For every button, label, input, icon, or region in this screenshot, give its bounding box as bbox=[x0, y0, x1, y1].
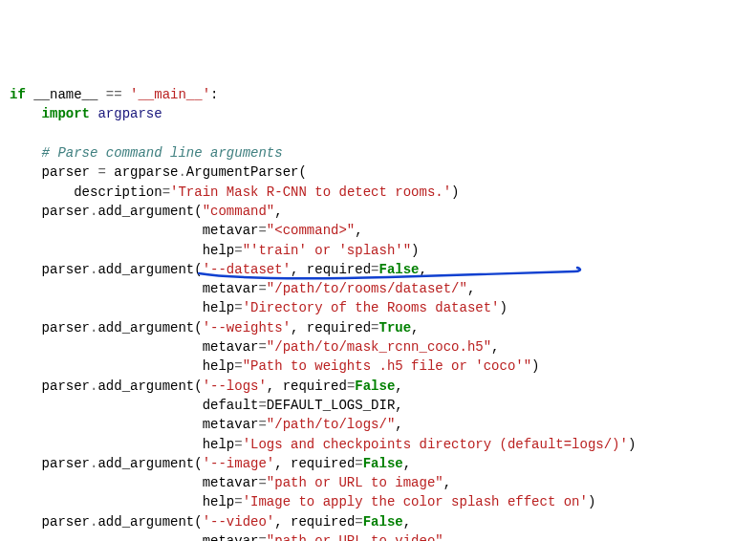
code-line: metavar="/path/to/rooms/dataset/", bbox=[10, 281, 475, 296]
code-line: help='Logs and checkpoints directory (de… bbox=[10, 437, 636, 452]
string-command: "command" bbox=[203, 204, 275, 219]
code-line: help="'train' or 'splash'") bbox=[10, 243, 420, 258]
string-weights: '--weights' bbox=[203, 320, 291, 335]
code-line: help="Path to weights .h5 file or 'coco'… bbox=[10, 358, 540, 374]
code-line: metavar="/path/to/logs/", bbox=[10, 417, 403, 432]
keyword-import: import bbox=[42, 106, 90, 121]
name-main: __name__ bbox=[26, 87, 106, 102]
code-line: parser.add_argument('--logs', required=F… bbox=[10, 379, 403, 394]
module-argparse: argparse bbox=[97, 106, 162, 121]
default-logs-dir: DEFAULT_LOGS_DIR, bbox=[267, 398, 403, 413]
code-line: parser.add_argument('--weights', require… bbox=[10, 320, 420, 335]
code-line: parser.add_argument('--video', required=… bbox=[10, 514, 411, 530]
string-logs: '--logs' bbox=[203, 379, 267, 394]
code-line: metavar="path or URL to image", bbox=[10, 475, 451, 490]
code-block: if __name__ == '__main__': import argpar… bbox=[10, 85, 746, 541]
code-line: parser.add_argument("command", bbox=[10, 204, 283, 219]
code-line: import argparse bbox=[10, 106, 162, 121]
code-line: help='Image to apply the color splash ef… bbox=[10, 494, 595, 509]
code-line: # Parse command line arguments bbox=[10, 145, 283, 161]
code-line: description='Train Mask R-CNN to detect … bbox=[10, 184, 460, 200]
operator-eq: == bbox=[106, 87, 122, 102]
code-line: metavar="<command>", bbox=[10, 223, 363, 238]
keyword-false: False bbox=[378, 262, 419, 277]
string-main: '__main__' bbox=[130, 87, 210, 102]
string-video: '--video' bbox=[203, 514, 275, 530]
code-line: if __name__ == '__main__': bbox=[10, 87, 218, 102]
string-description: 'Train Mask R-CNN to detect rooms.' bbox=[170, 184, 451, 200]
code-line: parser.add_argument('--image', required=… bbox=[10, 456, 411, 471]
code-line: parser.add_argument('--dataset', require… bbox=[10, 262, 427, 277]
comment: # Parse command line arguments bbox=[42, 145, 283, 161]
code-line: metavar="path or URL to video", bbox=[10, 533, 451, 541]
code-line: metavar="/path/to/mask_rcnn_coco.h5", bbox=[10, 339, 500, 355]
code-line: help='Directory of the Rooms dataset') bbox=[10, 300, 508, 315]
keyword-if: if bbox=[10, 87, 26, 102]
keyword-true: True bbox=[378, 320, 411, 335]
string-dataset: '--dataset' bbox=[203, 262, 291, 277]
string-weights-path: "/path/to/mask_rcnn_coco.h5" bbox=[267, 339, 491, 355]
string-image: '--image' bbox=[203, 456, 275, 471]
code-line: default=DEFAULT_LOGS_DIR, bbox=[10, 398, 403, 413]
code-line: parser = argparse.ArgumentParser( bbox=[10, 164, 307, 180]
